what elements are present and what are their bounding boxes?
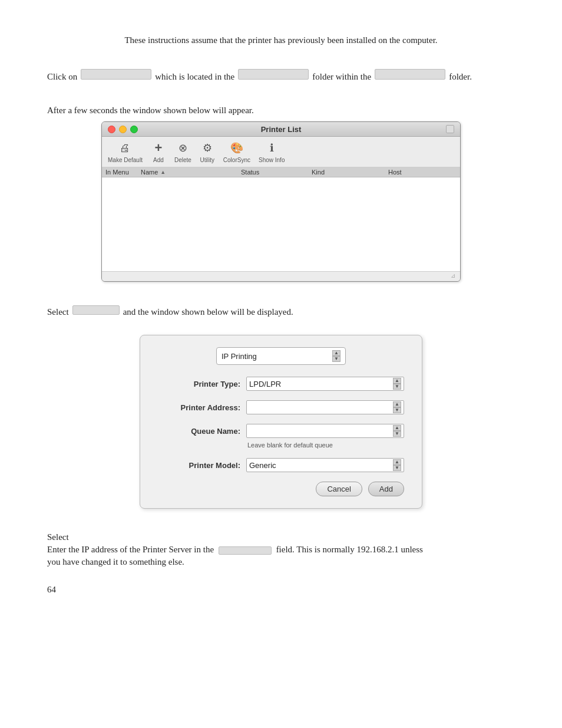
table-body	[102, 177, 460, 272]
toolbar-make-default-label: Make Default	[108, 157, 143, 163]
toolbar-colorsync-label: ColorSync	[223, 157, 250, 163]
delete-icon: ⊗	[175, 140, 190, 156]
page-number: 64	[47, 585, 515, 595]
printer-model-row: Printer Model: Generic ▲ ▼	[158, 458, 404, 472]
bottom-select: Select	[47, 532, 515, 542]
folder-within-text: folder within the	[312, 72, 371, 82]
printer-model-input[interactable]: Generic ▲ ▼	[246, 458, 404, 472]
printer-type-value: LPD/LPR	[249, 380, 391, 388]
printer-list-window: Printer List 🖨 Make Default + Add ⊗ Dele…	[101, 121, 461, 282]
click-placeholder-1	[81, 69, 151, 80]
queue-hint: Leave blank for default queue	[247, 442, 404, 449]
zoom-button[interactable]	[130, 126, 138, 133]
window-toolbar: 🖨 Make Default + Add ⊗ Delete ⚙ Utility …	[102, 137, 460, 167]
stepper-up-2[interactable]: ▲	[393, 378, 401, 384]
bottom-section: Select Enter the IP address of the Print…	[47, 532, 515, 567]
ip-printing-row: IP Printing ▲ ▼	[158, 347, 404, 365]
toolbar-make-default[interactable]: 🖨 Make Default	[108, 140, 143, 163]
bottom-line1-suffix: field. This is normally 192.168.2.1 unle…	[276, 545, 423, 554]
col-header-kind: Kind	[312, 169, 388, 176]
printer-model-value: Generic	[249, 461, 391, 470]
printer-address-row: Printer Address: ▲ ▼	[158, 400, 404, 414]
minimize-button[interactable]	[119, 126, 127, 133]
toolbar-delete-label: Delete	[174, 157, 191, 163]
queue-name-row: Queue Name: ▲ ▼	[158, 424, 404, 438]
col-header-status: Status	[241, 169, 312, 176]
stepper-up-4[interactable]: ▲	[393, 425, 401, 431]
printer-type-row: Printer Type: LPD/LPR ▲ ▼	[158, 377, 404, 391]
add-button[interactable]: Add	[368, 482, 404, 496]
intro-text: These instructions assume that the print…	[47, 35, 515, 45]
queue-name-input[interactable]: ▲ ▼	[246, 424, 404, 438]
queue-name-stepper[interactable]: ▲ ▼	[393, 425, 401, 437]
printer-address-stepper[interactable]: ▲ ▼	[393, 401, 401, 413]
queue-name-label: Queue Name:	[158, 427, 240, 436]
stepper-down-3[interactable]: ▼	[393, 407, 401, 413]
make-default-icon: 🖨	[117, 140, 133, 156]
stepper-down[interactable]: ▼	[332, 356, 340, 362]
resize-grip-icon[interactable]: ⊿	[451, 272, 459, 281]
bottom-field-placeholder	[219, 546, 272, 555]
click-prefix: Click on	[47, 72, 77, 82]
bottom-line1-text: Enter the IP address of the Printer Serv…	[47, 545, 214, 554]
resize-corner-icon[interactable]	[446, 125, 454, 133]
printer-model-stepper[interactable]: ▲ ▼	[393, 459, 401, 471]
stepper-up-5[interactable]: ▲	[393, 459, 401, 465]
toolbar-add[interactable]: + Add	[151, 140, 166, 163]
window-footer: ⊿	[102, 272, 460, 281]
toolbar-add-label: Add	[153, 157, 164, 163]
window-title: Printer List	[261, 125, 302, 134]
stepper-down-4[interactable]: ▼	[393, 431, 401, 437]
ip-printing-stepper[interactable]: ▲ ▼	[332, 350, 340, 362]
stepper-up-3[interactable]: ▲	[393, 401, 401, 407]
select-suffix: and the window shown below will be displ…	[123, 307, 293, 317]
click-placeholder-2	[238, 69, 309, 80]
printer-type-stepper[interactable]: ▲ ▼	[393, 378, 401, 390]
toolbar-showinfo[interactable]: ℹ Show Info	[259, 140, 285, 163]
ip-printing-select[interactable]: IP Printing ▲ ▼	[216, 347, 346, 365]
click-placeholder-3	[375, 69, 445, 80]
utility-icon: ⚙	[200, 140, 215, 156]
dialog-buttons: Cancel Add	[158, 482, 404, 496]
click-suffix: folder.	[449, 72, 472, 82]
toolbar-utility[interactable]: ⚙ Utility	[200, 140, 215, 163]
close-button[interactable]	[108, 126, 115, 133]
window-controls	[108, 126, 138, 133]
bottom-line1: Enter the IP address of the Printer Serv…	[47, 545, 515, 555]
printer-type-label: Printer Type:	[158, 380, 240, 388]
stepper-down-5[interactable]: ▼	[393, 465, 401, 471]
bottom-line2: you have changed it to something else.	[47, 557, 515, 567]
printer-address-label: Printer Address:	[158, 403, 240, 412]
stepper-down-2[interactable]: ▼	[393, 384, 401, 390]
toolbar-utility-label: Utility	[200, 157, 214, 163]
after-seconds-text: After a few seconds the window shown bel…	[47, 106, 515, 116]
stepper-up[interactable]: ▲	[332, 350, 340, 356]
toolbar-showinfo-label: Show Info	[259, 157, 285, 163]
colorsync-icon: 🎨	[229, 140, 244, 156]
showinfo-icon: ℹ	[264, 140, 279, 156]
printer-model-label: Printer Model:	[158, 461, 240, 470]
click-instruction: Click on which is located in the folder …	[47, 69, 515, 82]
which-located-text: which is located in the	[155, 72, 234, 82]
cancel-button[interactable]: Cancel	[316, 482, 362, 496]
table-header: In Menu Name ▲ Status Kind Host	[102, 167, 460, 177]
ip-printing-label: IP Printing	[222, 352, 330, 361]
window-titlebar: Printer List	[102, 122, 460, 137]
select-instruction: Select and the window shown below will b…	[47, 305, 515, 317]
ip-dialog: IP Printing ▲ ▼ Printer Type: LPD/LPR ▲ …	[140, 335, 422, 509]
add-icon: +	[151, 140, 166, 156]
toolbar-delete[interactable]: ⊗ Delete	[174, 140, 191, 163]
select-prefix: Select	[47, 307, 69, 317]
sort-arrow-icon: ▲	[160, 169, 166, 175]
toolbar-colorsync[interactable]: 🎨 ColorSync	[223, 140, 250, 163]
col-header-name[interactable]: Name ▲	[141, 169, 241, 176]
col-header-host: Host	[388, 169, 435, 176]
col-header-inmenu: In Menu	[105, 169, 141, 176]
printer-type-input[interactable]: LPD/LPR ▲ ▼	[246, 377, 404, 391]
printer-address-input[interactable]: ▲ ▼	[246, 400, 404, 414]
select-placeholder	[72, 305, 120, 315]
